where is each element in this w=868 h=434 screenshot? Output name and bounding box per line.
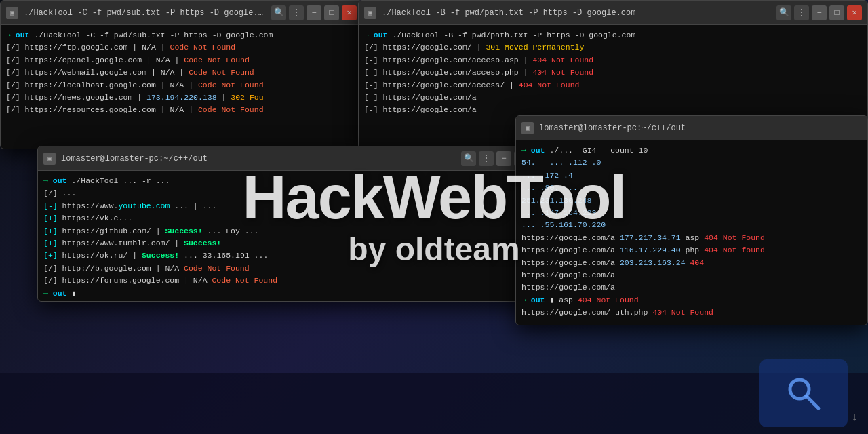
titlebar-2[interactable]: ▣ ./HackTool -B -f pwd/path.txt -P https… [359, 1, 867, 25]
terminal-line: → out ./HackTool -C -f pwd/sub.txt -P ht… [6, 29, 357, 41]
terminal-line: → out ./HackTool ... -r ... [43, 175, 547, 187]
menu-btn-3[interactable]: ⋮ [479, 151, 494, 166]
terminal-line: [+] https://ok.ru/ | Success! ... 33.165… [43, 250, 547, 262]
terminal-line: [/] http://b.google.com | N/A Code Not F… [43, 262, 547, 275]
terminal-line: [/] https://news.google.com | 173.194.22… [6, 92, 357, 104]
maximize-btn-1[interactable]: □ [324, 5, 339, 20]
close-btn-1[interactable]: ✕ [342, 5, 357, 20]
titlebar-3[interactable]: ▣ lomaster@lomaster-pc:~/c++/out 🔍 ⋮ − □… [38, 146, 552, 171]
titlebar-buttons-1: 🔍 ⋮ − □ ✕ [271, 5, 357, 20]
titlebar-title-1: ./HackTool -C -f pwd/sub.txt -P https -D… [24, 8, 266, 18]
terminal-body-1: → out ./HackTool -C -f pwd/sub.txt -P ht… [1, 25, 362, 149]
terminal-icon-2: ▣ [364, 7, 376, 19]
svg-line-1 [806, 396, 818, 408]
menu-btn-1[interactable]: ⋮ [289, 5, 304, 20]
minimize-btn-1[interactable]: − [307, 5, 321, 20]
terminal-line: [/] https://resources.google.com | N/A |… [6, 104, 357, 116]
terminal-line: https://google.com/a [521, 281, 862, 294]
terminal-line: → out ./HackTool -B -f pwd/path.txt -P h… [364, 29, 862, 41]
titlebar-buttons-2: 🔍 ⋮ − □ ✕ [776, 5, 862, 20]
terminal-line: [/] https://google.com/ | 301 Moved Perm… [364, 41, 862, 54]
search-btn-3[interactable]: 🔍 [461, 151, 476, 166]
terminal-line: [-] https://google.com/a [364, 104, 862, 116]
maximize-btn-2[interactable]: □ [829, 5, 844, 20]
terminal-line: ... .147.154.223 [521, 207, 862, 219]
terminal-line: [+] https://vk.c... [43, 212, 547, 224]
terminal-line: [-] https://google.com/access/ | 404 Not… [364, 79, 862, 92]
desktop: ▣ ./HackTool -C -f pwd/sub.txt -P https … [0, 0, 868, 434]
terminal-line: https://google.com/ uth.php 404 Not Foun… [521, 307, 862, 319]
terminal-line: [-] https://google.com/acceso.asp | 404 … [364, 54, 862, 66]
search-widget[interactable] [760, 359, 848, 427]
terminal-line: [/] https://cpanel.google.com | N/A | Co… [6, 54, 357, 66]
terminal-line: → out ▮ [43, 288, 547, 300]
menu-btn-2[interactable]: ⋮ [794, 5, 809, 20]
titlebar-title-2: ./HackTool -B -f pwd/path.txt -P https -… [382, 8, 771, 18]
terminal-line: [/] https://webmail.google.com | N/A | C… [6, 66, 357, 79]
terminal-line: [-] https://google.com/acceso.php | 404 … [364, 66, 862, 79]
terminal-line: [+] https://github.com/ | Success! ... F… [43, 225, 547, 237]
terminal-line: [/] https://localhost.google.com | N/A |… [6, 79, 357, 92]
terminal-line: ... .172 .4 [521, 170, 862, 182]
terminal-icon-4: ▣ [521, 122, 534, 134]
terminal-line: https://google.com/a 177.217.34.71 asp 4… [521, 232, 862, 244]
terminal-window-4: ▣ lomaster@lomaster-pc:~/c++/out → out .… [515, 115, 868, 326]
close-btn-2[interactable]: ✕ [847, 5, 862, 20]
terminal-icon-1: ▣ [6, 7, 18, 19]
search-icon-large [783, 373, 824, 414]
terminal-line: https://google.com/a 203.213.163.24 404 [521, 257, 862, 269]
terminal-window-1: ▣ ./HackTool -C -f pwd/sub.txt -P https … [0, 0, 363, 149]
minimize-btn-2[interactable]: − [812, 5, 827, 20]
search-btn-2[interactable]: 🔍 [776, 5, 791, 20]
terminal-line: ... .80. ... [521, 182, 862, 194]
terminal-line: ... .55.161.70.220 [521, 219, 862, 231]
terminal-line: [+] https://www.tumblr.com/ | Success! [43, 237, 547, 250]
titlebar-title-4: lomaster@lomaster-pc:~/c++/out [539, 123, 862, 133]
terminal-line: https://google.com/a [521, 269, 862, 281]
terminal-line: → out ▮ asp 404 Not Found [521, 294, 862, 307]
terminal-icon-3: ▣ [43, 153, 56, 165]
terminal-line: [/] https://forums.google.com | N/A Code… [43, 275, 547, 287]
terminal-line: [-] https://google.com/a [364, 92, 862, 104]
search-btn-1[interactable]: 🔍 [271, 5, 286, 20]
terminal-line: 251.231.130.248 [521, 195, 862, 207]
titlebar-1[interactable]: ▣ ./HackTool -C -f pwd/sub.txt -P https … [1, 1, 362, 25]
terminal-window-3: ▣ lomaster@lomaster-pc:~/c++/out 🔍 ⋮ − □… [37, 146, 553, 302]
terminal-line: 54.-- ... .112 .0 [521, 157, 862, 169]
terminal-body-4: → out ./... -GI4 --count 10 54.-- ... .1… [516, 140, 867, 325]
terminal-line: → out ./... -GI4 --count 10 [521, 144, 862, 157]
terminal-body-3: → out ./HackTool ... -r ... [/] ... [-] … [38, 171, 552, 301]
terminal-line: [/] ... [43, 187, 547, 199]
taskbar [0, 373, 868, 434]
terminal-line: https://google.com/a 116.17.229.40 php 4… [521, 244, 862, 256]
scroll-down-arrow[interactable]: ↓ [851, 412, 858, 424]
terminal-line: [/] https://ftp.google.com | N/A | Code … [6, 41, 357, 54]
minimize-btn-3[interactable]: − [496, 151, 511, 166]
terminal-line: [-] https://www.youtube.com ... | ... [43, 200, 547, 212]
titlebar-4[interactable]: ▣ lomaster@lomaster-pc:~/c++/out [516, 116, 867, 140]
titlebar-title-3: lomaster@lomaster-pc:~/c++/out [61, 154, 456, 163]
